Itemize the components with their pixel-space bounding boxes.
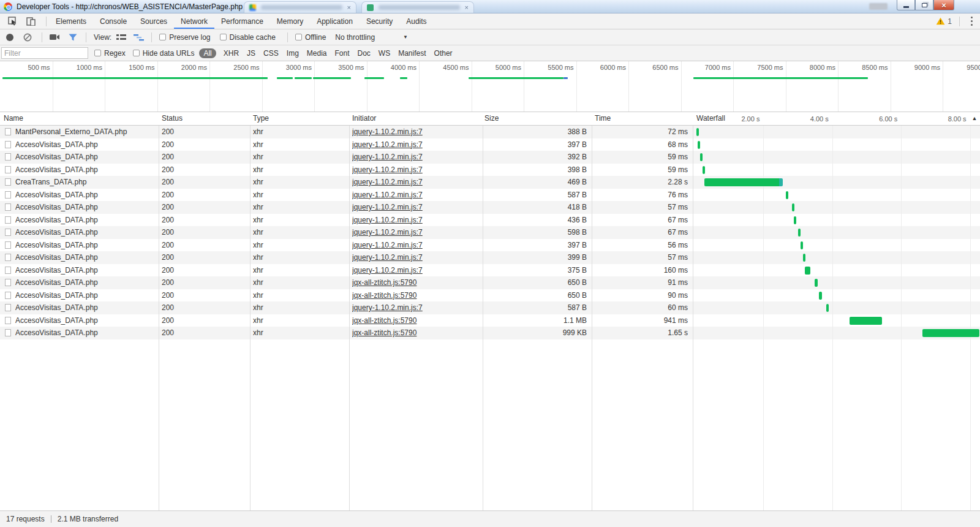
filter-type-manifest[interactable]: Manifest — [394, 48, 429, 58]
request-row[interactable]: AccesoVisitas_DATA.php200xhrjquery-1.10.… — [0, 164, 980, 176]
request-row[interactable]: AccesoVisitas_DATA.php200xhrjqx-all-ztit… — [0, 314, 980, 327]
tab-performance[interactable]: Performance — [214, 13, 270, 29]
tab-sources[interactable]: Sources — [134, 13, 174, 29]
disable-cache-checkbox[interactable]: Disable cache — [220, 33, 276, 42]
initiator-link[interactable]: jquery-1.10.2.min.js:7 — [352, 253, 480, 262]
column-header-type[interactable]: Type — [253, 114, 269, 123]
filter-type-ws[interactable]: WS — [375, 48, 394, 58]
tab-network[interactable]: Network — [174, 13, 214, 29]
waterfall-bar[interactable] — [922, 329, 979, 337]
regex-checkbox[interactable]: Regex — [94, 49, 126, 58]
waterfall-bar[interactable] — [805, 267, 810, 275]
timeline-view-icon[interactable] — [134, 34, 144, 41]
tab-memory[interactable]: Memory — [270, 13, 310, 29]
waterfall-bar[interactable] — [792, 203, 794, 211]
filter-type-media[interactable]: Media — [303, 48, 331, 58]
checkbox-icon[interactable] — [159, 34, 166, 40]
screenshot-camera-icon[interactable] — [50, 34, 60, 40]
tab-audits[interactable]: Audits — [399, 13, 433, 29]
filter-type-img[interactable]: Img — [283, 48, 303, 58]
request-row[interactable]: AccesoVisitas_DATA.php200xhrjquery-1.10.… — [0, 189, 980, 202]
filter-type-js[interactable]: JS — [243, 48, 259, 58]
request-row[interactable]: MantPersonal_Externo_DATA.php200xhrjquer… — [0, 126, 980, 138]
initiator-link[interactable]: jqx-all-ztitch.js:5790 — [352, 316, 480, 325]
inspect-element-icon[interactable] — [8, 17, 18, 26]
request-row[interactable]: AccesoVisitas_DATA.php200xhrjqx-all-ztit… — [0, 276, 980, 289]
tab-elements[interactable]: Elements — [49, 13, 93, 29]
request-row[interactable]: AccesoVisitas_DATA.php200xhrjqx-all-ztit… — [0, 327, 980, 339]
initiator-link[interactable]: jquery-1.10.2.min.js:7 — [352, 178, 480, 186]
waterfall-bar[interactable] — [703, 166, 705, 174]
record-network-log-icon[interactable] — [6, 34, 13, 41]
initiator-link[interactable]: jquery-1.10.2.min.js:7 — [352, 241, 480, 249]
checkbox-icon[interactable] — [94, 50, 101, 56]
throttling-select[interactable]: No throttling ▼ — [335, 33, 408, 42]
column-header-waterfall[interactable]: Waterfall — [696, 114, 725, 123]
waterfall-bar[interactable] — [794, 216, 796, 224]
initiator-link[interactable]: jquery-1.10.2.min.js:7 — [352, 303, 480, 312]
checkbox-icon[interactable] — [133, 50, 140, 56]
network-overview-timeline[interactable]: 500 ms1000 ms1500 ms2000 ms2500 ms3000 m… — [0, 61, 980, 112]
request-row[interactable]: CreaTrans_DATA.php200xhrjquery-1.10.2.mi… — [0, 176, 980, 189]
request-row[interactable]: AccesoVisitas_DATA.php200xhrjquery-1.10.… — [0, 138, 980, 151]
initiator-link[interactable]: jquery-1.10.2.min.js:7 — [352, 127, 480, 136]
waterfall-bar[interactable] — [786, 191, 788, 199]
preserve-log-checkbox[interactable]: Preserve log — [159, 33, 210, 42]
initiator-link[interactable]: jquery-1.10.2.min.js:7 — [352, 191, 480, 199]
tab-application[interactable]: Application — [310, 13, 360, 29]
offline-checkbox[interactable]: Offline — [295, 33, 326, 42]
initiator-link[interactable]: jquery-1.10.2.min.js:7 — [352, 216, 480, 224]
filter-type-xhr[interactable]: XHR — [220, 48, 243, 58]
request-row[interactable]: AccesoVisitas_DATA.php200xhrjquery-1.10.… — [0, 264, 980, 277]
tab-close-icon[interactable]: × — [465, 4, 469, 11]
initiator-link[interactable]: jquery-1.10.2.min.js:7 — [352, 266, 480, 275]
initiator-link[interactable]: jqx-all-ztitch.js:5790 — [352, 328, 480, 337]
request-row[interactable]: AccesoVisitas_DATA.php200xhrjquery-1.10.… — [0, 151, 980, 164]
column-header-initiator[interactable]: Initiator — [352, 114, 376, 123]
checkbox-icon[interactable] — [220, 34, 227, 40]
device-toolbar-icon[interactable] — [26, 17, 36, 26]
column-separator[interactable] — [250, 112, 251, 510]
restore-button[interactable] — [915, 0, 933, 10]
column-separator[interactable] — [159, 112, 159, 510]
filter-type-doc[interactable]: Doc — [354, 48, 374, 58]
waterfall-bar[interactable] — [819, 292, 822, 300]
initiator-link[interactable]: jquery-1.10.2.min.js:7 — [352, 165, 480, 174]
column-separator[interactable] — [693, 112, 693, 510]
filter-funnel-icon[interactable] — [69, 34, 77, 41]
filter-type-font[interactable]: Font — [331, 48, 353, 58]
waterfall-bar[interactable] — [826, 304, 829, 312]
column-separator[interactable] — [592, 112, 592, 510]
request-row[interactable]: AccesoVisitas_DATA.php200xhrjquery-1.10.… — [0, 201, 980, 214]
initiator-link[interactable]: jqx-all-ztitch.js:5790 — [352, 278, 480, 287]
column-separator[interactable] — [483, 112, 483, 510]
waterfall-bar[interactable] — [798, 229, 801, 237]
request-row[interactable]: AccesoVisitas_DATA.php200xhrjquery-1.10.… — [0, 239, 980, 252]
clear-icon[interactable] — [23, 33, 32, 42]
waterfall-bar[interactable] — [704, 178, 783, 186]
initiator-link[interactable]: jquery-1.10.2.min.js:7 — [352, 153, 480, 161]
request-row[interactable]: AccesoVisitas_DATA.php200xhrjquery-1.10.… — [0, 301, 980, 314]
initiator-link[interactable]: jquery-1.10.2.min.js:7 — [352, 228, 480, 237]
tab-close-icon[interactable]: × — [347, 4, 351, 11]
request-row[interactable]: AccesoVisitas_DATA.php200xhrjquery-1.10.… — [0, 226, 980, 239]
background-browser-tab[interactable]: × — [244, 1, 356, 13]
initiator-link[interactable]: jquery-1.10.2.min.js:7 — [352, 140, 480, 149]
column-header-time[interactable]: Time — [595, 114, 611, 123]
warnings-badge[interactable]: 1 — [936, 17, 952, 26]
waterfall-bar[interactable] — [801, 241, 803, 249]
close-button[interactable]: × — [933, 0, 954, 10]
tab-console[interactable]: Console — [93, 13, 134, 29]
minimize-button[interactable] — [897, 0, 915, 10]
filter-type-all[interactable]: All — [199, 48, 216, 58]
request-row[interactable]: AccesoVisitas_DATA.php200xhrjquery-1.10.… — [0, 251, 980, 264]
tab-security[interactable]: Security — [360, 13, 399, 29]
request-row[interactable]: AccesoVisitas_DATA.php200xhrjquery-1.10.… — [0, 214, 980, 227]
waterfall-bar[interactable] — [698, 141, 700, 149]
hide-data-urls-checkbox[interactable]: Hide data URLs — [133, 49, 195, 58]
checkbox-icon[interactable] — [295, 34, 302, 40]
large-rows-view-icon[interactable] — [116, 34, 126, 41]
waterfall-bar[interactable] — [700, 153, 703, 161]
more-options-icon[interactable] — [967, 16, 976, 27]
waterfall-bar[interactable] — [696, 128, 699, 136]
